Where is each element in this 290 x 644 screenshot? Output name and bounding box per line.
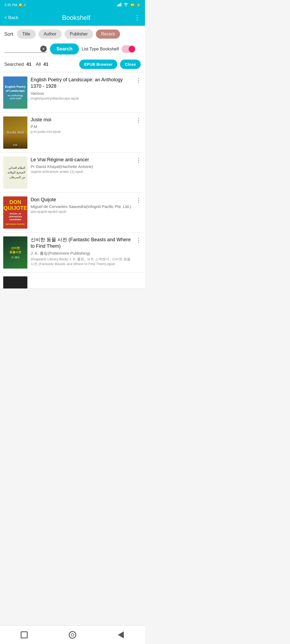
list-type-label: List Type Bookshelf	[82, 47, 119, 52]
epub-browser-button[interactable]: EPUB Browser	[79, 60, 117, 69]
book-cover: DON QUIJOTE MIGUEL deCERVANTESSAAVEDRA I…	[3, 196, 27, 229]
status-time: 3:35 PM	[4, 3, 17, 7]
searched-count: 41	[26, 62, 31, 67]
sort-title-button[interactable]: Title	[17, 30, 36, 39]
list-item[interactable]: Juste moi P.M Juste moi P.M p-m-juste-mo…	[0, 113, 145, 153]
list-item[interactable]: English Poetry of Landscape An Anthology…	[0, 73, 145, 113]
book-title: Le Vrai Régime anti-cancer	[31, 156, 134, 163]
list-item[interactable]: THE BOOKWORM BOX PRESENTS	[0, 273, 145, 289]
book-cover: THE BOOKWORM BOX PRESENTS	[3, 276, 27, 289]
sort-label: Sort	[4, 31, 13, 37]
toggle-thumb	[129, 46, 135, 52]
book-file: (Hogwarts Library Book) J. K. 롤링_ 뉴트 스캐맨…	[31, 257, 134, 266]
cover-image: النظام الغذائي الصحيح للوقاية من السرطان	[3, 156, 27, 189]
book-menu-button[interactable]: ⋮	[136, 237, 142, 243]
book-info: English Poetry of Landscape: an Antholog…	[31, 76, 142, 100]
book-title: Don Quijote	[31, 196, 134, 203]
book-author: J. K. 롤링(Pottermore Publishing)	[31, 251, 134, 256]
book-info: Don Quijote Miguel de Cervantes Saavedra…	[31, 196, 142, 214]
status-left: 3:35 PM 🔔 ᵭ	[4, 3, 26, 7]
sort-recent-button[interactable]: Recent	[96, 30, 120, 39]
book-author: Pr David Khayat(Hachette Antoine)	[31, 164, 134, 169]
signal-icon	[117, 3, 122, 7]
wifi-icon	[124, 3, 128, 7]
status-bar: 3:35 PM 🔔 ᵭ 99 ⚡	[0, 0, 145, 10]
svg-point-4	[125, 5, 126, 6]
vibrate-icon: 🔔	[18, 3, 23, 7]
book-cover: النظام الغذائي الصحيح للوقاية من السرطان	[3, 156, 27, 189]
cover-image: DON QUIJOTE MIGUEL deCERVANTESSAAVEDRA I…	[3, 196, 27, 229]
search-row: ✕ Search List Type Bookshelf	[0, 41, 145, 57]
book-info: 신비한 동물 사전 (Fantastic Beasts and Where to…	[31, 236, 142, 266]
clear-search-button[interactable]: ✕	[40, 46, 47, 52]
book-file: don-quijoti-epub3.epub	[31, 210, 134, 214]
charging-icon: ⚡	[136, 3, 141, 7]
status-right: 99 ⚡	[117, 3, 141, 7]
book-author: Miguel de Cervantes Saavedra(Infogrid Pa…	[31, 204, 134, 209]
book-cover: Juste moi P.M	[3, 116, 27, 149]
toggle-wrap	[122, 45, 136, 53]
book-cover: English Poetry of Landscape An Anthology…	[3, 76, 27, 109]
book-menu-button[interactable]: ⋮	[136, 158, 142, 163]
cover-image: 신비한동물사전 JK.롤링	[3, 236, 27, 269]
page-title: Bookshelf	[62, 14, 90, 21]
cover-image: English Poetry of Landscape An Anthology…	[3, 76, 27, 109]
back-button[interactable]: < Back	[4, 15, 18, 20]
svg-rect-0	[117, 5, 118, 6]
book-file: p-m-juste-moi.epub	[31, 130, 134, 134]
search-button[interactable]: Search	[50, 43, 79, 54]
list-item[interactable]: DON QUIJOTE MIGUEL deCERVANTESSAAVEDRA I…	[0, 193, 145, 233]
sort-publisher-button[interactable]: Publisher	[64, 30, 93, 39]
cover-image: THE BOOKWORM BOX PRESENTS	[3, 276, 27, 289]
sort-author-button[interactable]: Author	[38, 30, 62, 39]
book-menu-button[interactable]: ⋮	[136, 118, 142, 123]
book-menu-button[interactable]: ⋮	[136, 78, 142, 83]
book-author: Various	[31, 91, 134, 96]
book-author: P.M	[31, 124, 134, 129]
all-count: 41	[44, 62, 49, 67]
book-cover: 신비한동물사전 JK.롤링	[3, 236, 27, 269]
book-title: 신비한 동물 사전 (Fantastic Beasts and Where to…	[31, 236, 134, 250]
data-icon: ᵭ	[24, 3, 26, 7]
book-title: English Poetry of Landscape: an Antholog…	[31, 76, 134, 90]
stats-row: Searched 41 All 41 EPUB Browser Close	[0, 57, 145, 72]
book-file: regime-anticancer-arabic (1).epub	[31, 170, 134, 174]
list-item[interactable]: 신비한동물사전 JK.롤링 신비한 동물 사전 (Fantastic Beast…	[0, 233, 145, 273]
list-item[interactable]: النظام الغذائي الصحيح للوقاية من السرطان…	[0, 153, 145, 193]
book-info: Juste moi P.M p-m-juste-moi.epub	[31, 116, 142, 134]
svg-rect-1	[118, 4, 119, 6]
svg-rect-3	[121, 3, 121, 6]
svg-rect-2	[119, 3, 120, 6]
header: < Back Bookshelf ⋮	[0, 10, 145, 26]
book-title: Juste moi	[31, 116, 134, 123]
battery-indicator: 99	[130, 3, 135, 7]
menu-button[interactable]: ⋮	[134, 14, 141, 21]
search-input-wrap: ✕	[4, 45, 47, 53]
list-type-toggle[interactable]	[122, 45, 136, 53]
cover-image: Juste moi P.M	[3, 116, 27, 149]
book-info: Le Vrai Régime anti-cancer Pr David Khay…	[31, 156, 142, 174]
book-list: English Poetry of Landscape An Anthology…	[0, 73, 145, 289]
searched-label: Searched 41	[4, 62, 31, 67]
book-menu-button[interactable]: ⋮	[136, 197, 142, 203]
all-label: All 41	[36, 62, 48, 67]
close-button[interactable]: Close	[120, 60, 141, 69]
book-file: englishpoetryoflandscape.epub	[31, 96, 134, 100]
sort-row: Sort Title Author Publisher Recent	[0, 26, 145, 41]
stats-buttons: EPUB Browser Close	[79, 60, 141, 69]
